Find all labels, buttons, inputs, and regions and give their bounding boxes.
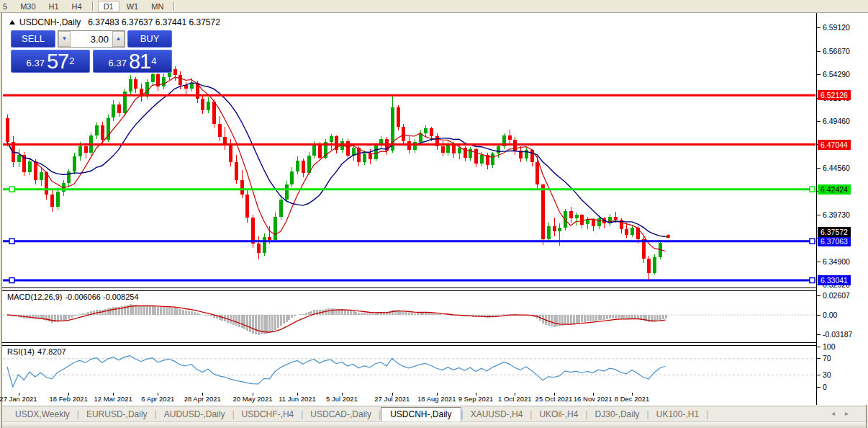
line-drag-handle[interactable] xyxy=(810,187,815,192)
collapse-panel-icon[interactable] xyxy=(9,20,15,24)
rsi-line xyxy=(7,356,666,387)
line-drag-handle[interactable] xyxy=(9,238,14,244)
chart-tab-audusd-daily[interactable]: AUDUSD-,Daily xyxy=(157,408,232,421)
sell-button[interactable]: SELL xyxy=(11,30,55,48)
chart-tab-dj30-daily[interactable]: DJ30-,Daily xyxy=(588,408,647,421)
one-click-trade-panel: SELL ▼ ▲ BUY 6.37 57 2 6.37 xyxy=(11,30,172,73)
current-price-label: 6.37572 xyxy=(818,227,851,237)
date-axis-label: 6 Apr 2021 xyxy=(141,395,174,403)
line-drag-handle[interactable] xyxy=(810,278,815,283)
price-axis-label: 6.34900 xyxy=(817,257,850,267)
rsi-axis-label: 70 xyxy=(817,354,831,363)
rsi-indicator-label: RSI(14)47.8207 xyxy=(7,347,69,356)
line-drag-handle[interactable] xyxy=(9,278,14,283)
rsi-value: 47.8207 xyxy=(37,347,66,356)
sell-price-big: 57 xyxy=(47,52,68,71)
date-axis[interactable]: 27 Jan 202118 Feb 202112 Mar 20216 Apr 2… xyxy=(3,393,816,405)
chart-tab-xauusd-h4[interactable]: XAUUSD-,H4 xyxy=(464,408,530,421)
timeframe-button-w1[interactable]: W1 xyxy=(121,1,145,12)
volume-increase-icon[interactable]: ▲ xyxy=(112,31,125,47)
sell-price-sup: 2 xyxy=(69,50,74,72)
chart-tab-usdcad-daily[interactable]: USDCAD-,Daily xyxy=(303,408,379,421)
sell-price-display[interactable]: 6.37 57 2 xyxy=(11,50,90,73)
macd-histogram xyxy=(9,304,667,335)
date-axis-label: 11 Jun 2021 xyxy=(279,395,316,403)
window-bottom-strip xyxy=(2,422,866,428)
level-price-label: 6.47044 xyxy=(818,140,851,150)
buy-price-sup: 4 xyxy=(151,50,156,72)
chart-tab-usdx-weekly[interactable]: USDX,Weekly xyxy=(8,408,77,421)
timeframe-button-h1[interactable]: H1 xyxy=(43,1,65,12)
rsi-axis-label: 30 xyxy=(817,370,831,380)
date-axis-label: 20 May 2021 xyxy=(233,395,273,403)
buy-price-display[interactable]: 6.37 81 4 xyxy=(93,50,172,73)
macd-axis-label: 0.00 xyxy=(817,311,837,320)
price-axis[interactable]: 6.591206.566706.542906.518406.494606.470… xyxy=(817,13,868,405)
rsi-axis-label: 0 xyxy=(817,383,827,392)
rsi-axis-label: 100 xyxy=(817,342,836,352)
date-axis-label: 8 Dec 2021 xyxy=(615,395,650,403)
timeframe-button-h4[interactable]: H4 xyxy=(66,1,88,12)
buy-price-prefix: 6.37 xyxy=(109,56,127,71)
date-axis-label: 27 Jul 2021 xyxy=(374,395,410,403)
mt4-window: 5M30H1H4D1W1MN 6.591206.566706.542906.51… xyxy=(0,0,868,428)
date-axis-label: 28 Apr 2021 xyxy=(184,395,221,403)
price-axis-label: 6.59120 xyxy=(817,23,850,32)
level-price-label: 6.37063 xyxy=(818,236,851,246)
macd-values: -0.006066 -0.008254 xyxy=(65,293,138,301)
chart-ohlc-values: 6.37483 6.37637 6.37441 6.37572 xyxy=(88,17,220,27)
volume-input[interactable] xyxy=(71,31,112,47)
buy-button[interactable]: BUY xyxy=(127,30,172,48)
chart-symbol-label: USDCNH-,Daily xyxy=(19,17,81,27)
chart-window: 6.591206.566706.542906.518406.494606.470… xyxy=(1,13,867,428)
chart-tab-uk100-h1[interactable]: UK100-,H1 xyxy=(649,408,706,421)
toolbar-separator xyxy=(92,1,94,11)
toolbar-separator xyxy=(173,1,175,11)
date-axis-label: 9 Sep 2021 xyxy=(458,395,494,403)
buy-price-big: 81 xyxy=(129,52,150,71)
level-price-label: 6.42424 xyxy=(818,184,851,195)
timeframe-button-d1[interactable]: D1 xyxy=(98,1,119,12)
date-axis-label: 1 Oct 2021 xyxy=(498,395,531,403)
date-axis-label: 18 Feb 2021 xyxy=(50,395,88,403)
timeframe-button-5[interactable]: 5 xyxy=(1,1,13,12)
candles xyxy=(6,64,668,280)
price-axis-label: 6.39730 xyxy=(817,210,850,220)
price-axis-label: 6.54290 xyxy=(817,70,850,79)
volume-stepper: ▼ ▲ xyxy=(58,30,125,48)
date-axis-label: 25 Oct 2021 xyxy=(535,395,573,403)
timeframe-button-mn[interactable]: MN xyxy=(145,1,169,12)
line-drag-handle[interactable] xyxy=(810,238,815,244)
chart-panes: 6.591206.566706.542906.518406.494606.470… xyxy=(2,13,866,405)
chart-title-row: USDCNH-,Daily 6.37483 6.37637 6.37441 6.… xyxy=(9,17,220,27)
rsi-name: RSI(14) xyxy=(7,347,35,356)
chart-tab-usdcnh-daily[interactable]: USDCNH-,Daily xyxy=(381,407,461,422)
volume-decrease-icon[interactable]: ▼ xyxy=(58,31,71,47)
chart-tab-ukoil-h4[interactable]: UKOil-,H4 xyxy=(532,408,585,421)
price-axis-label: 6.49460 xyxy=(817,117,850,126)
chart-tab-bar: USDX,Weekly|EURUSD-,Daily|AUDUSD-,Daily|… xyxy=(2,406,866,422)
price-axis-label: 6.44560 xyxy=(817,164,850,173)
tab-scroll-arrows[interactable]: ◂▸ xyxy=(831,409,859,417)
chart-tab-usdchf-h4[interactable]: USDCHF-,H4 xyxy=(235,408,302,421)
line-drag-handle[interactable] xyxy=(9,187,14,192)
level-price-label: 6.33041 xyxy=(818,275,851,285)
timeframe-button-m30[interactable]: M30 xyxy=(14,1,41,12)
macd-axis-label: 0.02607 xyxy=(817,291,850,300)
macd-indicator-label: MACD(12,26,9)-0.006066 -0.008254 xyxy=(7,293,142,301)
date-axis-label: 5 Jul 2021 xyxy=(326,395,358,403)
price-axis-label: 6.56670 xyxy=(817,47,850,56)
tab-separator: | xyxy=(706,409,708,419)
macd-name: MACD(12,26,9) xyxy=(7,293,62,301)
chart-tab-eurusd-daily[interactable]: EURUSD-,Daily xyxy=(79,408,155,421)
timeframe-toolbar: 5M30H1H4D1W1MN xyxy=(0,0,868,13)
date-axis-label: 12 Mar 2021 xyxy=(94,395,132,403)
date-axis-label: 16 Nov 2021 xyxy=(574,395,612,403)
rsi-chart[interactable] xyxy=(3,346,816,393)
macd-axis-label: -0.03187 xyxy=(817,330,852,339)
level-price-label: 6.52126 xyxy=(818,90,851,100)
date-axis-label: 18 Aug 2021 xyxy=(417,395,456,403)
sell-price-prefix: 6.37 xyxy=(27,56,45,71)
date-axis-label: 27 Jan 2021 xyxy=(0,395,37,403)
last-price-marker xyxy=(666,235,670,238)
